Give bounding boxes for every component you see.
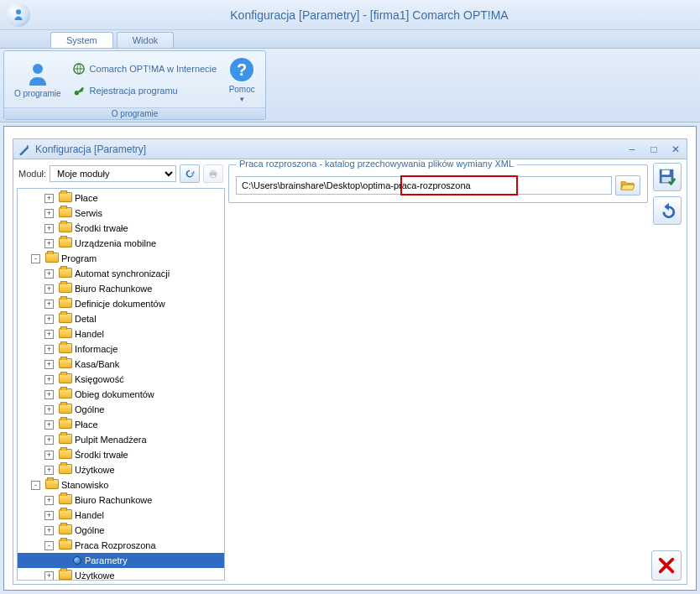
maximize-button[interactable]: □	[648, 143, 660, 155]
tree-toggle-icon[interactable]: +	[44, 194, 54, 203]
tree-toggle-icon[interactable]: +	[44, 345, 54, 354]
tree-toggle-icon[interactable]: +	[44, 269, 54, 279]
tree-label: Środki trwałe	[75, 223, 128, 233]
tree-node-pulpit[interactable]: +Pulpit Menadżera	[18, 432, 224, 447]
folder-icon	[59, 237, 72, 249]
tree-node-parametry[interactable]: Parametry	[18, 553, 224, 568]
module-select[interactable]: Moje moduły	[50, 165, 176, 182]
tree-node-handel[interactable]: +Handel	[18, 326, 224, 341]
tree-node-program[interactable]: -Program	[18, 251, 224, 266]
tree-label: Ogólne	[75, 404, 104, 414]
tree-node-informacje[interactable]: +Informacje	[18, 341, 224, 357]
tree-toggle-icon[interactable]: +	[44, 239, 54, 248]
tree-node-obieg_dok[interactable]: +Obieg dokumentów	[18, 387, 224, 402]
tree-node-ogolne2[interactable]: +Ogólne	[18, 523, 224, 538]
xml-path-input[interactable]	[237, 177, 611, 194]
refresh-button[interactable]	[180, 164, 200, 183]
link-register-program[interactable]: Rejestracja programu	[73, 85, 217, 96]
tree-node-ogolne[interactable]: +Ogólne	[18, 402, 224, 417]
tree-node-biuro_rachunkowe[interactable]: +Biuro Rachunkowe	[18, 281, 224, 296]
tree-toggle-icon[interactable]: +	[44, 420, 54, 430]
left-panel: Moduł: Moje moduły +Płace+Serwis+Środki …	[17, 163, 225, 581]
tree-toggle-icon[interactable]: +	[44, 224, 54, 233]
tree-node-uzytkowe[interactable]: +Użytkowe	[18, 462, 224, 477]
folder-icon	[59, 328, 72, 340]
folder-icon	[59, 192, 72, 204]
tree-label: Użytkowe	[75, 465, 115, 475]
svg-point-0	[16, 9, 21, 14]
tree-node-serwis[interactable]: +Serwis	[18, 206, 224, 221]
tab-widok[interactable]: Widok	[117, 32, 175, 48]
tree-toggle-icon[interactable]: +	[44, 284, 54, 294]
save-button[interactable]	[653, 163, 682, 191]
tree-toggle-icon[interactable]: +	[44, 315, 54, 324]
help-button[interactable]: ? Pomoc▼	[223, 55, 260, 105]
tree-node-urzadzenia_mobilne[interactable]: +Urządzenia mobilne	[18, 236, 224, 251]
tree-node-place2[interactable]: +Płace	[18, 417, 224, 432]
undo-button[interactable]	[653, 196, 682, 225]
svg-point-1	[33, 64, 43, 74]
key-icon	[73, 85, 85, 96]
link-optima-internet[interactable]: Comarch OPT!MA w Internecie	[73, 63, 217, 75]
tree-node-detal[interactable]: +Detal	[18, 311, 224, 326]
tree-toggle-icon[interactable]: +	[44, 390, 54, 399]
tree-toggle-icon[interactable]: +	[44, 330, 54, 339]
tree-node-definicje_dok[interactable]: +Definicje dokumentów	[18, 296, 224, 311]
tree-node-praca_rozp[interactable]: -Praca Rozproszona	[18, 538, 224, 553]
titlebar: Konfiguracja [Parametry] - [firma1] Coma…	[0, 0, 700, 30]
tree-node-srodki2[interactable]: +Środki trwałe	[18, 447, 224, 462]
folder-open-icon	[620, 180, 635, 191]
tree-toggle-icon[interactable]: +	[44, 209, 54, 218]
tree-toggle-icon[interactable]: +	[44, 511, 54, 520]
tree-toggle-icon[interactable]: +	[44, 451, 54, 460]
print-button[interactable]	[203, 164, 223, 183]
minimize-button[interactable]: –	[626, 143, 638, 155]
folder-icon	[59, 388, 72, 400]
svg-rect-10	[662, 170, 670, 175]
close-button[interactable]: ✕	[670, 143, 682, 155]
red-x-icon	[657, 556, 676, 575]
folder-icon	[59, 570, 72, 581]
folder-icon	[59, 524, 72, 536]
tree-label: Automat synchronizacji	[75, 268, 170, 279]
folder-icon	[45, 253, 59, 264]
tree-node-kasa_bank[interactable]: +Kasa/Bank	[18, 357, 224, 372]
main-tabs: System Widok	[0, 30, 700, 49]
folder-icon	[59, 298, 72, 310]
tree-toggle-icon[interactable]: +	[44, 526, 54, 535]
about-button[interactable]: O programie	[9, 59, 66, 100]
tree-node-automat_sync[interactable]: +Automat synchronizacji	[18, 266, 224, 281]
config-tree[interactable]: +Płace+Serwis+Środki trwałe+Urządzenia m…	[17, 188, 225, 581]
tree-toggle-icon[interactable]: +	[44, 405, 54, 414]
folder-icon	[59, 434, 72, 446]
tree-node-stanowisko[interactable]: -Stanowisko	[18, 477, 224, 492]
tree-label: Pulpit Menadżera	[75, 435, 147, 445]
tree-toggle-icon[interactable]: +	[44, 375, 54, 384]
tree-node-handel2[interactable]: +Handel	[18, 508, 224, 523]
tree-node-ksiegowosc[interactable]: +Księgowość	[18, 372, 224, 387]
tree-toggle-icon[interactable]: +	[44, 496, 54, 505]
tree-toggle-icon[interactable]: -	[31, 254, 40, 263]
tree-toggle-icon[interactable]: +	[44, 571, 54, 581]
cancel-close-button[interactable]	[651, 550, 682, 581]
tree-node-place[interactable]: +Płace	[18, 190, 224, 206]
tree-node-uzytkowe2[interactable]: +Użytkowe	[18, 568, 224, 581]
tree-toggle-icon[interactable]: +	[44, 300, 54, 309]
tree-toggle-icon[interactable]: +	[44, 360, 54, 369]
tree-label: Księgowość	[75, 374, 124, 384]
tree-toggle-icon[interactable]: +	[44, 466, 54, 475]
browse-folder-button[interactable]	[615, 175, 640, 195]
tab-system[interactable]: System	[50, 32, 113, 48]
undo-arrow-icon	[658, 201, 676, 220]
dropdown-arrow-icon: ▼	[238, 96, 245, 103]
tree-toggle-icon[interactable]: +	[44, 435, 54, 445]
folder-icon	[59, 404, 72, 415]
tree-toggle-icon[interactable]: -	[31, 481, 40, 490]
inner-titlebar: Konfiguracja [Parametry] – □ ✕	[13, 139, 687, 159]
fieldset-legend: Praca rozproszona - katalog przechowywan…	[236, 159, 517, 169]
diskette-check-icon	[658, 168, 676, 186]
tree-node-srodki_trwale[interactable]: +Środki trwałe	[18, 221, 224, 236]
tree-toggle-icon[interactable]: -	[44, 541, 54, 550]
refresh-icon	[184, 168, 196, 180]
tree-node-biuro2[interactable]: +Biuro Rachunkowe	[18, 492, 224, 508]
